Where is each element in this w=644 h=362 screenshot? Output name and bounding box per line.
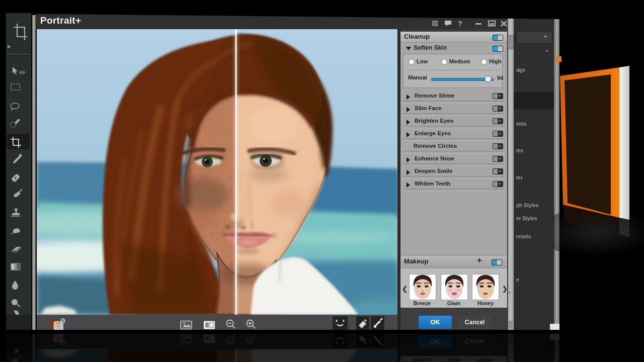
- svg-text:?: ?: [458, 20, 462, 28]
